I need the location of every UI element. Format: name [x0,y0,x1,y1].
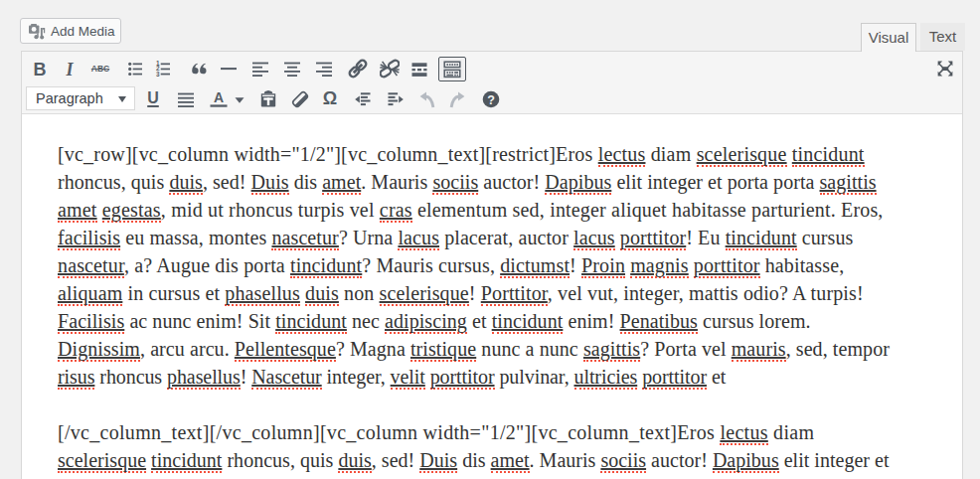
svg-text:3: 3 [156,71,160,78]
svg-text:A: A [214,89,224,105]
svg-text:?: ? [487,93,495,107]
